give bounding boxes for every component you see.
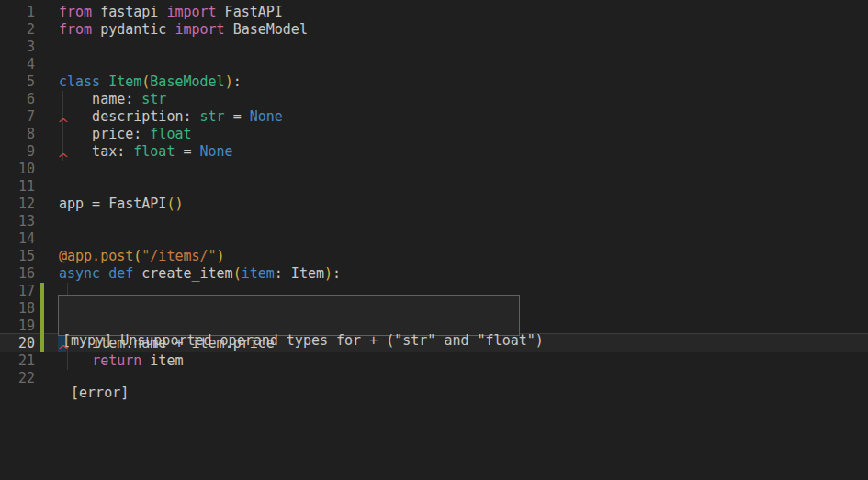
code-token: : (233, 73, 242, 90)
code-token: float (150, 126, 191, 142)
code-token: tax: (59, 143, 133, 160)
code-token: BaseModel (150, 73, 224, 90)
gutter-line-number: 17 (0, 283, 35, 300)
code-token: ) (225, 73, 233, 90)
code-text: async def create_item(item: Item): (59, 265, 341, 283)
gutter-line-number: 13 (0, 213, 35, 230)
code-text: class Item(BaseModel): (59, 73, 242, 91)
code-line[interactable]: 1from fastapi import FastAPI (0, 4, 868, 21)
gutter-line-number: 14 (0, 230, 35, 248)
code-line[interactable]: 14 (0, 230, 868, 248)
code-token: : (333, 265, 341, 282)
gutter-line-number: 22 (0, 370, 35, 387)
code-token: @app.post (59, 248, 133, 264)
diagnostic-caret-icon: ^ (58, 117, 68, 130)
code-text: description: str = None (59, 108, 283, 126)
code-text: from fastapi import FastAPI (59, 4, 283, 21)
code-token: None (250, 108, 283, 125)
code-token: str (141, 91, 166, 107)
code-token: import (166, 4, 216, 20)
code-token: str (200, 108, 225, 125)
gutter-line-number: 4 (0, 56, 35, 73)
gutter-line-number: 5 (0, 73, 35, 91)
code-token: = (175, 143, 199, 160)
code-text: name: str (59, 91, 166, 108)
code-token: create_item (133, 265, 232, 282)
code-token: price: (59, 126, 150, 142)
code-line[interactable]: 8 price: float (0, 126, 868, 143)
code-token: fastapi (92, 4, 166, 20)
gutter-line-number: 6 (0, 91, 35, 108)
code-token: ( (233, 265, 242, 282)
code-line[interactable]: 7 description: str = None (0, 108, 868, 126)
gutter-line-number: 16 (0, 265, 35, 283)
code-line[interactable]: 6 name: str (0, 91, 868, 108)
code-line[interactable]: 9 tax: float = None (0, 143, 868, 161)
code-token: name: (59, 91, 141, 107)
gutter-line-number: 10 (0, 161, 35, 178)
gutter-line-number: 2 (0, 21, 35, 39)
gutter-line-number: 12 (0, 195, 35, 213)
code-line[interactable]: 11 (0, 178, 868, 195)
code-token: "/items/" (141, 248, 216, 264)
code-line[interactable]: 16async def create_item(item: Item): (0, 265, 868, 283)
code-token: description: (59, 108, 200, 125)
code-token: BaseModel (225, 21, 308, 38)
diagnostic-message-line2: [error] (62, 385, 519, 402)
diagnostic-caret-icon: ^ (58, 152, 68, 165)
code-token: ( (133, 248, 141, 264)
code-token: Item (108, 73, 141, 90)
code-token: async (59, 265, 100, 282)
code-token: from (59, 4, 92, 20)
code-line[interactable]: 3 (0, 39, 868, 56)
code-token: ) (324, 265, 333, 282)
code-token (100, 73, 108, 90)
gutter-line-number: 19 (0, 318, 35, 335)
code-line[interactable]: 13 (0, 213, 868, 230)
gutter-line-number: 1 (0, 4, 35, 21)
code-token: pydantic (92, 21, 175, 38)
gutter-line-number: 21 (0, 352, 35, 370)
code-line[interactable]: 2from pydantic import BaseModel (0, 21, 868, 39)
code-token: ( (141, 73, 150, 90)
diagnostic-tooltip: [mypy] Unsupported operand types for + (… (58, 295, 520, 336)
code-token: : Item (275, 265, 324, 282)
gutter-line-number: 7 (0, 108, 35, 126)
code-token: FastAPI (217, 4, 283, 20)
code-token: def (108, 265, 133, 282)
code-token: = (225, 108, 250, 125)
gutter-line-number: 20 (0, 335, 35, 352)
code-line[interactable]: 10 (0, 161, 868, 178)
gutter-line-number: 3 (0, 39, 35, 56)
code-token: from (59, 21, 92, 38)
gutter-line-number: 18 (0, 300, 35, 318)
code-token: import (175, 21, 224, 38)
code-token: item (242, 265, 275, 282)
code-token: () (166, 195, 183, 212)
code-text: tax: float = None (59, 143, 233, 161)
code-text: price: float (59, 126, 192, 143)
code-token: class (59, 73, 100, 90)
gutter-line-number: 15 (0, 248, 35, 265)
gutter-line-number: 11 (0, 178, 35, 195)
code-line[interactable]: 12app = FastAPI() (0, 195, 868, 213)
code-line[interactable]: 4 (0, 56, 868, 73)
code-token: ) (217, 248, 225, 264)
code-token: float (133, 143, 175, 160)
code-text: app = FastAPI() (59, 195, 183, 213)
code-token: app = FastAPI (59, 195, 166, 212)
editor-pane[interactable]: 1from fastapi import FastAPI2from pydant… (0, 0, 868, 480)
gutter-line-number: 8 (0, 126, 35, 143)
gutter-line-number: 9 (0, 143, 35, 161)
code-line[interactable]: 15@app.post("/items/") (0, 248, 868, 265)
code-line[interactable]: 5class Item(BaseModel): (0, 73, 868, 91)
code-text: from pydantic import BaseModel (59, 21, 308, 39)
code-text: @app.post("/items/") (59, 248, 225, 265)
code-token (100, 265, 108, 282)
code-token: None (200, 143, 233, 160)
diagnostic-message-line1: [mypy] Unsupported operand types for + (… (62, 332, 519, 350)
